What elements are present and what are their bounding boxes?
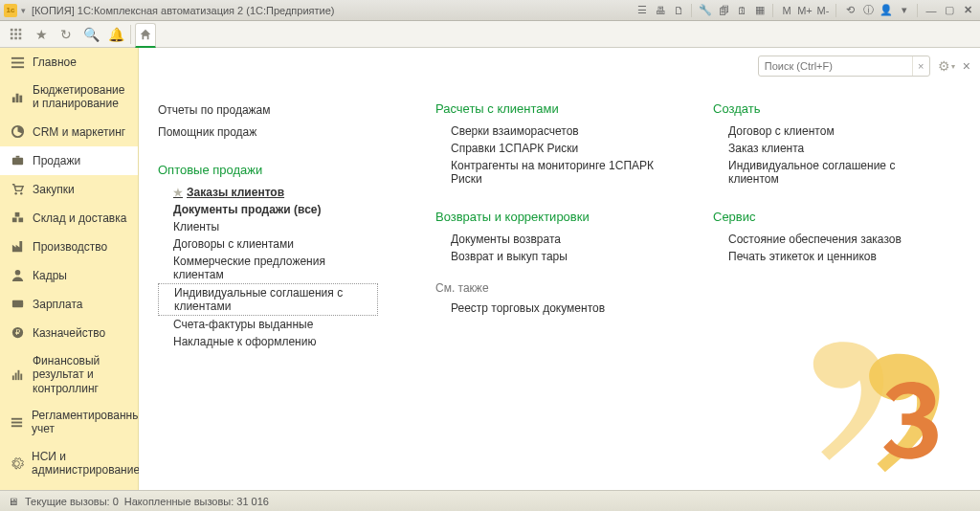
titlebar: 1c ▾ [КОПИЯ] 1С:Комплексная автоматизаци… bbox=[0, 0, 980, 21]
link-assistant[interactable]: Помощник продаж bbox=[158, 123, 378, 141]
link-contracts[interactable]: Договоры с клиентами bbox=[158, 235, 378, 253]
sidebar-item-label: Зарплата bbox=[33, 298, 128, 311]
sidebar-item-treasury[interactable]: ₽ Казначейство bbox=[0, 319, 138, 347]
sidebar-item-label: Финансовый результат и контроллинг bbox=[33, 354, 128, 395]
separator bbox=[130, 25, 131, 44]
column-2: Расчеты с клиентами Сверки взаиморасчето… bbox=[435, 101, 656, 350]
tb-m1-icon[interactable]: M bbox=[778, 3, 795, 18]
tb-back-icon[interactable]: ⟲ bbox=[841, 3, 858, 18]
see-also: См. также bbox=[435, 281, 656, 295]
svg-point-23 bbox=[14, 270, 20, 276]
svg-rect-33 bbox=[11, 421, 22, 423]
link-create-agreement[interactable]: Индивидуальное соглашение с клиентом bbox=[713, 157, 933, 188]
section-links: Состояние обеспечения заказов Печать эти… bbox=[713, 231, 933, 265]
link-recon[interactable]: Сверки взаиморасчетов bbox=[435, 122, 656, 140]
sidebar-item-finance[interactable]: Финансовый результат и контроллинг bbox=[0, 347, 138, 402]
bell-icon[interactable]: 🔔 bbox=[105, 24, 126, 45]
bars-icon bbox=[10, 367, 25, 382]
sidebar-item-main[interactable]: Главное bbox=[0, 48, 138, 77]
tb-tool2-icon[interactable]: 🗐 bbox=[715, 3, 732, 18]
sidebar-item-label: Склад и доставка bbox=[33, 211, 128, 225]
search-input[interactable] bbox=[759, 60, 912, 72]
chart-icon bbox=[10, 89, 25, 104]
link-invoices[interactable]: Счета-фактуры выданные bbox=[158, 316, 378, 333]
link-spark[interactable]: Справки 1СПАРК Риски bbox=[435, 140, 656, 157]
link-offers[interactable]: Коммерческие предложения клиентам bbox=[158, 253, 378, 283]
home-tab-icon[interactable] bbox=[135, 23, 156, 48]
search-icon[interactable]: 🔍 bbox=[80, 24, 101, 45]
link-create-order[interactable]: Заказ клиента bbox=[713, 140, 933, 157]
tb-m2-icon[interactable]: M+ bbox=[796, 3, 813, 18]
tb-grid-icon[interactable]: ▦ bbox=[751, 3, 768, 18]
link-print[interactable]: Печать этикеток и ценников bbox=[713, 248, 933, 265]
list-icon bbox=[10, 414, 24, 430]
link-agreements[interactable]: Индивидуальные соглашения с клиентами bbox=[158, 283, 378, 316]
sidebar-item-accounting[interactable]: Регламентированный учет bbox=[0, 402, 138, 443]
column-1: Отчеты по продажам Помощник продаж Оптов… bbox=[158, 101, 378, 350]
svg-rect-4 bbox=[14, 33, 17, 35]
section-service: Сервис bbox=[713, 210, 933, 224]
main-panel: × ⚙▾ × Отчеты по продажам Помощник прода… bbox=[139, 48, 980, 490]
content-columns: Отчеты по продажам Помощник продаж Оптов… bbox=[139, 48, 980, 369]
app-menu-dropdown[interactable]: ▾ bbox=[21, 6, 26, 15]
apps-grid-icon[interactable] bbox=[6, 24, 27, 45]
link-reports[interactable]: Отчеты по продажам bbox=[158, 101, 378, 119]
sidebar-item-label: НСИ и администрирование bbox=[32, 450, 140, 478]
sidebar-item-admin[interactable]: НСИ и администрирование bbox=[0, 443, 138, 484]
chevron-down-icon: ▾ bbox=[951, 62, 955, 71]
sidebar-item-sales[interactable]: Продажи bbox=[0, 146, 138, 175]
svg-rect-20 bbox=[11, 218, 16, 223]
column-3: Создать Договор с клиентом Заказ клиента… bbox=[713, 101, 933, 350]
tb-tool1-icon[interactable]: 🔧 bbox=[697, 3, 714, 18]
sidebar-item-budget[interactable]: Бюджетирование и планирование bbox=[0, 77, 138, 118]
tb-doc-icon[interactable]: 🗋 bbox=[670, 3, 687, 18]
link-return-docs[interactable]: Документы возврата bbox=[435, 231, 656, 248]
link-create-contract[interactable]: Договор с клиентом bbox=[713, 122, 933, 140]
section-links: Договор с клиентом Заказ клиента Индивид… bbox=[713, 122, 933, 188]
window-maximize-button[interactable]: ▢ bbox=[941, 3, 958, 18]
star-icon[interactable]: ★ bbox=[31, 24, 52, 45]
link-orders[interactable]: Заказы клиентов bbox=[158, 184, 378, 201]
body: Главное Бюджетирование и планирование CR… bbox=[0, 48, 980, 490]
main-header: × ⚙▾ × bbox=[758, 56, 970, 77]
link-monitor[interactable]: Контрагенты на мониторинге 1СПАРК Риски bbox=[435, 157, 656, 188]
svg-rect-29 bbox=[14, 372, 16, 380]
svg-rect-8 bbox=[19, 36, 22, 39]
sidebar-item-purchases[interactable]: Закупки bbox=[0, 175, 138, 204]
search-box: × bbox=[758, 56, 930, 77]
svg-rect-16 bbox=[11, 158, 22, 166]
link-docs-all[interactable]: Документы продажи (все) bbox=[158, 201, 378, 218]
tb-more-icon[interactable]: ▾ bbox=[896, 3, 913, 18]
link-supply[interactable]: Состояние обеспечения заказов bbox=[713, 231, 933, 248]
window-close-button[interactable]: ✕ bbox=[959, 3, 976, 18]
svg-rect-6 bbox=[11, 36, 13, 39]
section-returns: Возвраты и корректировки bbox=[435, 210, 656, 224]
window-minimize-button[interactable]: — bbox=[923, 3, 940, 18]
tb-user-icon[interactable]: 👤 bbox=[878, 3, 895, 18]
sidebar-item-crm[interactable]: CRM и маркетинг bbox=[0, 118, 138, 146]
tb-info-icon[interactable]: ⓘ bbox=[859, 3, 877, 18]
svg-rect-0 bbox=[11, 28, 13, 31]
sidebar-item-hr[interactable]: Кадры bbox=[0, 261, 138, 290]
link-clients[interactable]: Клиенты bbox=[158, 218, 378, 235]
sidebar-item-salary[interactable]: Зарплата bbox=[0, 290, 138, 319]
settings-icon[interactable]: ⚙▾ bbox=[938, 58, 955, 74]
tb-calendar-icon[interactable]: 🗓 bbox=[733, 3, 750, 18]
link-registry[interactable]: Реестр торговых документов bbox=[435, 300, 656, 317]
link-return-tare[interactable]: Возврат и выкуп тары bbox=[435, 248, 656, 265]
gear-icon bbox=[10, 455, 24, 471]
sidebar-item-production[interactable]: Производство bbox=[0, 233, 138, 261]
tb-m3-icon[interactable]: M- bbox=[814, 3, 832, 18]
cart-icon bbox=[10, 182, 25, 197]
history-icon[interactable]: ↻ bbox=[56, 24, 77, 45]
tb-print-icon[interactable]: 🖶 bbox=[652, 3, 669, 18]
section-links: Заказы клиентов Документы продажи (все) … bbox=[158, 184, 378, 350]
sidebar-item-warehouse[interactable]: Склад и доставка bbox=[0, 204, 138, 233]
status-icon: 🖥 bbox=[6, 495, 19, 508]
search-clear-button[interactable]: × bbox=[912, 56, 929, 76]
svg-rect-14 bbox=[19, 96, 22, 103]
svg-rect-30 bbox=[17, 370, 19, 380]
link-waybills[interactable]: Накладные к оформлению bbox=[158, 333, 378, 350]
panel-close-button[interactable]: × bbox=[963, 58, 970, 74]
tb-find-icon[interactable]: ☰ bbox=[634, 3, 651, 18]
